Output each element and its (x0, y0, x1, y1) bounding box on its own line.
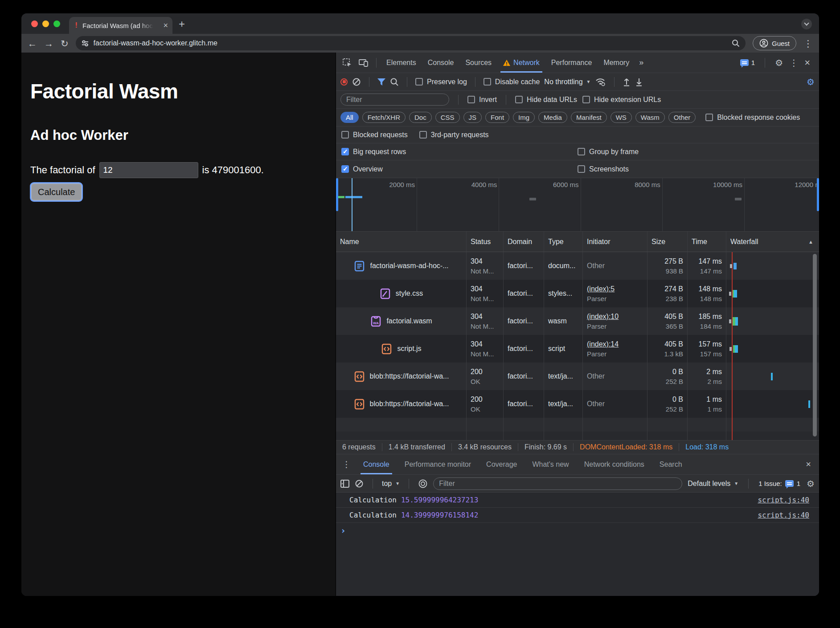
blocked-response-cookies-checkbox[interactable] (705, 114, 713, 121)
import-har-icon[interactable] (623, 77, 631, 86)
group-by-frame-checkbox[interactable] (578, 148, 585, 155)
chip-media[interactable]: Media (538, 112, 567, 123)
url-text[interactable]: factorial-wasm-ad-hoc-worker.glitch.me (94, 39, 727, 47)
chip-doc[interactable]: Doc (409, 112, 432, 123)
tab-search-button[interactable] (801, 19, 812, 29)
drawer-tab-network-conditions[interactable]: Network conditions (577, 454, 652, 474)
close-window-button[interactable] (31, 20, 38, 27)
issues-counter[interactable]: 1 (740, 59, 755, 66)
blocked-requests-checkbox[interactable] (341, 131, 349, 139)
zoom-page-icon[interactable] (731, 39, 740, 48)
third-party-requests-checkbox[interactable] (419, 131, 427, 139)
column-header-status[interactable]: Status (467, 232, 504, 252)
devtools-menu-icon[interactable]: ⋮ (789, 58, 798, 67)
clear-network-log-icon[interactable] (352, 77, 361, 86)
inspect-element-icon[interactable] (342, 58, 352, 68)
network-filter-input[interactable] (340, 94, 449, 106)
address-bar[interactable]: factorial-wasm-ad-hoc-worker.glitch.me (76, 36, 746, 50)
search-icon[interactable] (390, 77, 399, 86)
initiator-link[interactable]: (index):5 (587, 285, 643, 293)
tab-performance[interactable]: Performance (546, 53, 598, 73)
drawer-tab-search[interactable]: Search (652, 454, 689, 474)
column-header-initiator[interactable]: Initiator (583, 232, 647, 252)
table-row[interactable]: blob:https://factorial-wa... 200OK facto… (336, 390, 819, 418)
overview-left-handle[interactable] (336, 178, 338, 211)
column-header-time[interactable]: Time (688, 232, 726, 252)
source-link[interactable]: script.js:40 (758, 511, 809, 519)
table-row[interactable]: factorial-wasm-ad-hoc-... 304Not M... fa… (336, 252, 819, 280)
live-expression-eye-icon[interactable] (418, 479, 428, 489)
chip-ws[interactable]: WS (611, 112, 632, 123)
network-settings-gear-icon[interactable]: ⚙ (807, 77, 815, 86)
hide-data-urls-checkbox[interactable] (515, 96, 523, 103)
back-button[interactable]: ← (28, 39, 37, 48)
disable-cache-checkbox[interactable] (484, 78, 491, 86)
drawer-menu-icon[interactable]: ⋮ (338, 459, 355, 469)
column-header-name[interactable]: Name (336, 232, 467, 252)
profile-button[interactable]: Guest (753, 36, 796, 50)
export-har-icon[interactable] (635, 77, 643, 86)
maximize-window-button[interactable] (53, 20, 60, 27)
table-row[interactable]: script.js 304Not M... factori... script … (336, 335, 819, 363)
console-filter-input[interactable] (433, 477, 682, 490)
screenshots-checkbox[interactable] (578, 165, 585, 173)
tab-sources[interactable]: Sources (460, 53, 497, 73)
device-toolbar-icon[interactable] (358, 58, 369, 68)
tab-console[interactable]: Console (422, 53, 459, 73)
settings-gear-icon[interactable]: ⚙ (775, 58, 783, 67)
invert-checkbox[interactable] (467, 96, 475, 103)
chip-all[interactable]: All (340, 112, 359, 123)
issues-counter[interactable]: 1 Issue: 1 (758, 480, 800, 487)
overview-checkbox[interactable] (341, 165, 349, 173)
initiator-link[interactable]: (index):14 (587, 340, 643, 348)
tab-close-icon[interactable]: × (163, 21, 168, 29)
chip-js[interactable]: JS (463, 112, 482, 123)
hide-extension-urls-checkbox[interactable] (582, 96, 590, 103)
minimize-window-button[interactable] (42, 20, 49, 27)
big-request-rows-checkbox[interactable] (341, 148, 349, 155)
devtools-close-icon[interactable]: × (804, 58, 810, 68)
table-row[interactable]: WAfactorial.wasm 304Not M... factori... … (336, 307, 819, 335)
site-settings-icon[interactable] (81, 39, 89, 47)
throttling-select[interactable]: No throttling ▼ (544, 78, 590, 86)
chip-manifest[interactable]: Manifest (571, 112, 607, 123)
table-scrollbar[interactable] (813, 254, 817, 436)
chip-font[interactable]: Font (485, 112, 509, 123)
tab-network[interactable]: Network (498, 53, 545, 73)
initiator-link[interactable]: (index):10 (587, 313, 643, 321)
drawer-close-icon[interactable]: × (806, 459, 817, 469)
tab-elements[interactable]: Elements (381, 53, 422, 73)
source-link[interactable]: script.js:40 (758, 496, 809, 504)
record-network-log-button[interactable] (340, 78, 348, 86)
table-row[interactable]: blob:https://factorial-wa... 200OK facto… (336, 363, 819, 390)
chip-wasm[interactable]: Wasm (635, 112, 665, 123)
overview-right-handle[interactable] (817, 178, 819, 211)
network-overview-timeline[interactable]: 2000 ms 4000 ms 6000 ms 8000 ms 10000 ms… (336, 178, 819, 232)
console-sidebar-icon[interactable] (340, 480, 349, 488)
tab-memory[interactable]: Memory (598, 53, 635, 73)
calculate-button[interactable]: Calculate (31, 184, 82, 200)
log-levels-select[interactable]: Default levels ▼ (688, 480, 738, 488)
forward-button[interactable]: → (44, 39, 53, 48)
column-header-type[interactable]: Type (544, 232, 583, 252)
drawer-tab-coverage[interactable]: Coverage (479, 454, 524, 474)
console-message[interactable]: Calculation 15.599999964237213 script.js… (336, 493, 819, 508)
network-conditions-icon[interactable] (595, 77, 606, 86)
column-header-domain[interactable]: Domain (504, 232, 544, 252)
drawer-tab-whats-new[interactable]: What's new (525, 454, 576, 474)
preserve-log-checkbox[interactable] (415, 78, 423, 86)
factorial-input[interactable] (99, 162, 198, 178)
clear-console-icon[interactable] (355, 479, 364, 488)
reload-button[interactable]: ↻ (61, 39, 69, 48)
more-tabs-button[interactable]: » (635, 58, 647, 67)
column-header-size[interactable]: Size (647, 232, 688, 252)
column-header-waterfall[interactable]: Waterfall ▲ (726, 232, 819, 252)
drawer-tab-performance-monitor[interactable]: Performance monitor (397, 454, 478, 474)
context-select[interactable]: top ▼ (382, 480, 400, 488)
table-row[interactable]: style.css 304Not M... factori... styles.… (336, 280, 819, 307)
console-prompt-row[interactable]: › (336, 523, 819, 538)
browser-menu-button[interactable]: ⋮ (803, 39, 813, 48)
chip-img[interactable]: Img (513, 112, 535, 123)
chip-other[interactable]: Other (668, 112, 696, 123)
browser-tab[interactable]: ! Factorial Wasm (ad hoc Work × (69, 17, 172, 34)
